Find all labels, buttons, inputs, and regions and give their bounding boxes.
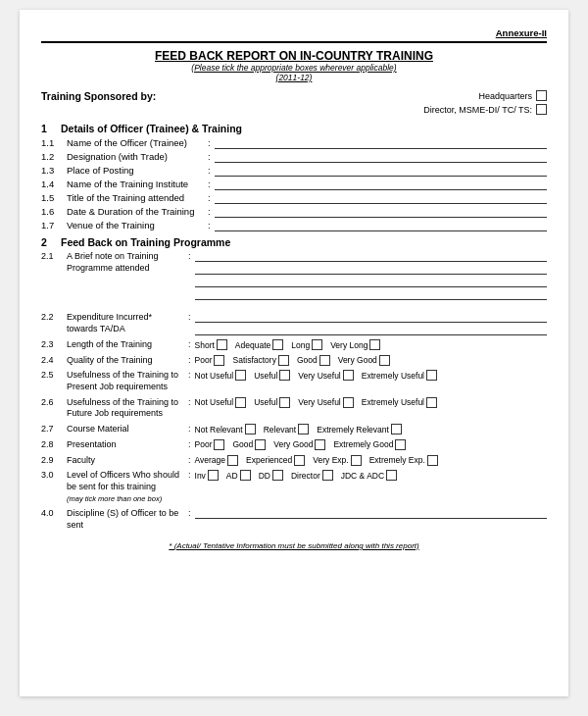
- option-label: Extremely Useful: [362, 397, 424, 407]
- textarea-line[interactable]: [195, 277, 547, 287]
- hq-checkbox[interactable]: [536, 90, 547, 101]
- field-input-line[interactable]: [215, 165, 547, 177]
- option-item: Extremely Relevant: [317, 424, 402, 435]
- field-input-line[interactable]: [215, 179, 547, 190]
- option-checkbox[interactable]: [235, 370, 246, 381]
- options-group: Inv AD DD Director: [195, 470, 547, 481]
- fb-label: Length of the Training: [67, 339, 184, 351]
- option-checkbox[interactable]: [343, 397, 354, 408]
- option-checkbox[interactable]: [395, 439, 406, 450]
- hq-label: Headquarters: [478, 91, 532, 101]
- exp-line[interactable]: [195, 312, 547, 323]
- option-label: Poor: [195, 439, 213, 449]
- option-checkbox[interactable]: [427, 455, 438, 466]
- option-label: Short: [195, 340, 215, 350]
- option-checkbox[interactable]: [272, 339, 283, 350]
- option-checkbox[interactable]: [298, 424, 309, 435]
- options-group: Short Adequate Long Very Long: [195, 339, 547, 350]
- fb-num: 2.1: [41, 251, 67, 261]
- field-label: Place of Posting: [67, 165, 204, 176]
- field-row: 1.4 Name of the Training Institute :: [41, 179, 547, 190]
- option-item: Director: [291, 470, 333, 481]
- option-label: Not Useful: [195, 397, 234, 407]
- fb-colon: :: [188, 508, 191, 518]
- option-checkbox[interactable]: [272, 470, 283, 481]
- fb-colon: :: [188, 370, 191, 380]
- option-label: Not Useful: [195, 371, 234, 381]
- field-input-line[interactable]: [215, 192, 547, 204]
- option-checkbox[interactable]: [322, 470, 333, 481]
- option-item: AD: [226, 470, 251, 481]
- feedback-container: 2.1 A Brief note on Training Programme a…: [41, 251, 547, 532]
- section1-num: 1: [41, 123, 55, 134]
- report-subtitle: (Please tick the appropriate boxes where…: [41, 63, 547, 73]
- option-checkbox[interactable]: [255, 439, 266, 450]
- option-checkbox[interactable]: [214, 355, 224, 366]
- option-item: Satisfactory: [232, 355, 288, 366]
- fields-container: 1.1 Name of the Officer (Trainee) : 1.2 …: [41, 137, 547, 231]
- option-checkbox[interactable]: [208, 470, 219, 481]
- fb-label: Level of Officers Who should be sent for…: [67, 470, 184, 504]
- option-checkbox[interactable]: [245, 424, 256, 435]
- checkbox-hq: Headquarters: [478, 90, 547, 101]
- fb-label: Expenditure Incurred* towards TA/DA: [67, 312, 184, 334]
- option-checkbox[interactable]: [343, 370, 354, 381]
- option-label: Long: [291, 340, 310, 350]
- option-item: Very Useful: [298, 370, 353, 381]
- option-checkbox[interactable]: [391, 424, 402, 435]
- field-num: 1.4: [41, 179, 67, 189]
- field-input-line[interactable]: [215, 151, 547, 163]
- field-input-line[interactable]: [215, 137, 547, 149]
- option-checkbox[interactable]: [426, 397, 437, 408]
- feedback-row: 2.3 Length of the Training : Short Adequ…: [41, 339, 547, 351]
- field-input-line[interactable]: [215, 220, 547, 231]
- field-num: 1.1: [41, 137, 67, 148]
- fb-num: 4.0: [41, 508, 67, 518]
- colon: :: [208, 179, 211, 189]
- option-checkbox[interactable]: [315, 439, 325, 450]
- option-checkbox[interactable]: [214, 439, 224, 450]
- option-checkbox[interactable]: [379, 355, 390, 366]
- option-label: JDC & ADC: [341, 471, 384, 481]
- blank-line[interactable]: [195, 508, 547, 519]
- option-label: Good: [232, 439, 253, 449]
- option-checkbox[interactable]: [351, 455, 362, 466]
- section1-title: Details of Officer (Trainee) & Training: [61, 123, 242, 134]
- option-checkbox[interactable]: [279, 370, 290, 381]
- textarea-line[interactable]: [195, 264, 547, 275]
- option-item: Very Good: [273, 439, 325, 450]
- option-checkbox[interactable]: [278, 355, 289, 366]
- option-item: Very Long: [330, 339, 380, 350]
- option-checkbox[interactable]: [312, 339, 322, 350]
- feedback-row: 2.4 Quality of the Training : Poor Satis…: [41, 355, 547, 367]
- field-label: Name of the Training Institute: [67, 179, 204, 189]
- colon: :: [208, 206, 211, 217]
- option-checkbox[interactable]: [279, 397, 290, 408]
- option-item: DD: [259, 470, 283, 481]
- option-checkbox[interactable]: [235, 397, 246, 408]
- fb-colon: :: [188, 397, 191, 407]
- exp-line[interactable]: [195, 325, 547, 335]
- textarea-line[interactable]: [195, 251, 547, 262]
- option-checkbox[interactable]: [386, 470, 397, 481]
- fb-num: 2.3: [41, 339, 67, 349]
- option-checkbox[interactable]: [426, 370, 437, 381]
- option-checkbox[interactable]: [294, 455, 305, 466]
- option-checkbox[interactable]: [227, 455, 238, 466]
- option-checkbox[interactable]: [369, 339, 380, 350]
- option-checkbox[interactable]: [240, 470, 251, 481]
- option-item: Poor: [195, 355, 225, 366]
- fb-colon: :: [188, 470, 191, 480]
- checkboxes-right: Headquarters Director, MSME-DI/ TC/ TS:: [423, 90, 547, 115]
- option-item: Extremely Useful: [362, 370, 437, 381]
- feedback-row: 3.0 Level of Officers Who should be sent…: [41, 470, 547, 504]
- fb-label: Faculty: [67, 455, 184, 467]
- option-checkbox[interactable]: [217, 339, 227, 350]
- textarea-line[interactable]: [195, 289, 547, 300]
- option-checkbox[interactable]: [319, 355, 330, 366]
- sponsored-row: Training Sponsored by: Headquarters Dire…: [41, 90, 547, 115]
- option-item: Good: [232, 439, 266, 450]
- field-label: Venue of the Training: [67, 220, 204, 230]
- field-input-line[interactable]: [215, 206, 547, 218]
- director-checkbox[interactable]: [536, 104, 547, 115]
